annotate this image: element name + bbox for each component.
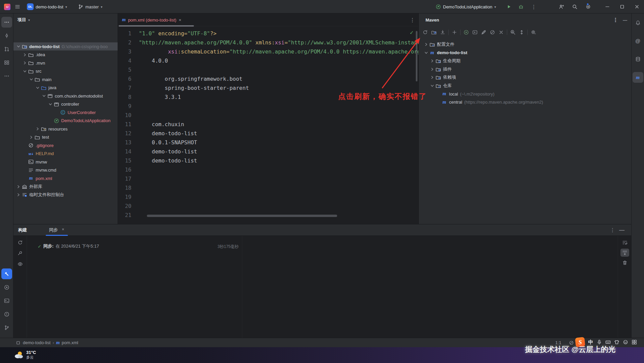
settings-button[interactable]	[586, 0, 591, 13]
chevron-down-icon[interactable]	[47, 102, 53, 107]
close-button[interactable]	[630, 0, 644, 13]
chevron-down-icon[interactable]	[41, 93, 47, 99]
tree-row-DemoTodoListApplication[interactable]: DemoTodoListApplication	[13, 117, 118, 125]
microphone-icon[interactable]	[597, 339, 602, 345]
debug-button[interactable]	[518, 0, 524, 13]
chevron-right-icon[interactable]	[28, 135, 34, 140]
stripe-version-control-button[interactable]	[1, 322, 12, 333]
stripe-run-button[interactable]	[1, 282, 12, 293]
tab-pom-xml[interactable]: m pom.xml (demo-todo-list) ×	[119, 13, 185, 26]
chevron-right-icon[interactable]	[15, 192, 21, 197]
code-area[interactable]: 1"1.0" encoding="UTF-8"?>2"http://maven.…	[118, 26, 418, 224]
stripe-problems-button[interactable]	[1, 309, 12, 320]
breadcrumb[interactable]: demo-todo-list › m pom.xml	[15, 338, 78, 347]
tree-row-_[interactable]: 插件	[419, 65, 631, 73]
tree-row-_[interactable]: 配置文件	[419, 40, 631, 48]
breadcrumb-file[interactable]: pom.xml	[62, 340, 78, 345]
editor[interactable]: m pom.xml (demo-todo-list) × ⋮ 1"1.0" en…	[118, 13, 418, 224]
toolbox-grid-icon[interactable]	[632, 339, 637, 345]
hide-panel-button[interactable]: —	[619, 227, 625, 233]
tree-row-_[interactable]: 仓库	[419, 82, 631, 90]
tree-row-pom.xml[interactable]: mpom.xml	[13, 174, 118, 182]
keyboard-icon[interactable]	[605, 339, 611, 345]
tree-row-central[interactable]: mcentral (https://repo.maven.apache.org/…	[419, 98, 631, 106]
tree-row-com.chuxin.demotodolist[interactable]: com.chuxin.demotodolist	[13, 92, 118, 100]
tree-row-controller[interactable]: controller	[13, 100, 118, 108]
chevron-right-icon[interactable]	[423, 42, 429, 47]
stripe-notifications-button[interactable]	[633, 17, 643, 28]
tree-row-mvnw[interactable]: mvnw	[13, 158, 118, 166]
stripe-terminal-button[interactable]	[1, 295, 12, 306]
tree-row-_[interactable]: 临时文件和控制台	[13, 191, 118, 199]
stripe-commit-button[interactable]	[1, 30, 12, 41]
chevron-down-icon[interactable]	[35, 85, 40, 90]
code-with-me-button[interactable]	[559, 0, 564, 13]
chevron-right-icon[interactable]	[429, 58, 435, 64]
inspections-ok-icon[interactable]: ✓	[409, 30, 414, 36]
tree-row-demo-todo-list[interactable]: demo-todo-list G:\chuxin-cs\spring-boo	[13, 42, 118, 50]
tree-row-java[interactable]: java	[13, 84, 118, 92]
stripe-project-button[interactable]	[1, 17, 12, 28]
project-widget[interactable]: DL demo-todo-list ▾	[27, 0, 67, 13]
stripe-maven-button[interactable]: m	[633, 72, 643, 83]
stripe-database-button[interactable]	[633, 54, 643, 65]
build-scroll-to-end-button[interactable]	[620, 249, 629, 257]
stripe-more-button[interactable]	[1, 71, 12, 81]
tree-row-HELP.md[interactable]: MHELP.md	[13, 150, 118, 158]
tree-row-mvnw.cmd[interactable]: mvnw.cmd	[13, 166, 118, 174]
tree-row-.idea[interactable]: .idea	[13, 51, 118, 59]
tree-row-local[interactable]: mlocal (~\.m2\repository)	[419, 90, 631, 98]
tree-row-test[interactable]: test	[13, 133, 118, 141]
tree-row-_[interactable]: 生命周期	[419, 57, 631, 65]
close-icon[interactable]: ×	[62, 227, 64, 232]
chevron-down-icon[interactable]	[429, 83, 435, 88]
tree-row-_[interactable]: 依赖项	[419, 73, 631, 81]
build-clear-button[interactable]	[620, 259, 629, 267]
tree-row-resources[interactable]: resources	[13, 125, 118, 133]
chevron-right-icon[interactable]	[429, 67, 435, 72]
chevron-right-icon[interactable]	[35, 126, 40, 132]
tree-row-UserController[interactable]: CUserController	[13, 108, 118, 116]
chevron-right-icon[interactable]	[22, 52, 28, 58]
tree-row-main[interactable]: main	[13, 75, 118, 83]
tree-row-src[interactable]: src	[13, 67, 118, 75]
build-pin-button[interactable]	[16, 249, 25, 257]
editor-hscrollbar[interactable]	[147, 215, 337, 217]
sync-status-row[interactable]: ✓ 同步: 在 2024/6/21 下午5:17	[38, 243, 99, 249]
chevron-down-icon[interactable]	[423, 50, 429, 56]
editor-vscrollbar[interactable]	[416, 31, 417, 81]
tree-row-_[interactable]: 外部库	[13, 183, 118, 191]
tree-row-demo-todo-list[interactable]: mdemo-todo-list	[419, 49, 631, 57]
stripe-build-button[interactable]	[1, 268, 12, 279]
tree-row-.mvn[interactable]: .mvn	[13, 59, 118, 67]
close-icon[interactable]: ×	[179, 17, 182, 23]
run-button[interactable]	[506, 0, 512, 13]
stripe-pull-requests-button[interactable]	[1, 44, 12, 55]
tree-row-.gitignore[interactable]: .gitignore	[13, 141, 118, 149]
build-soft-wrap-button[interactable]	[620, 239, 629, 247]
weather-widget[interactable]: 31°C 多云	[13, 350, 36, 360]
stripe-structure-button[interactable]	[1, 57, 12, 68]
breadcrumb-module[interactable]: demo-todo-list	[23, 340, 50, 345]
search-everywhere-button[interactable]	[572, 0, 577, 13]
branch-widget[interactable]: master ▾	[78, 0, 103, 13]
chevron-right-icon[interactable]	[429, 75, 435, 80]
skin-icon[interactable]	[614, 339, 619, 345]
chevron-down-icon[interactable]	[15, 44, 21, 49]
main-menu-button[interactable]	[15, 0, 20, 13]
chevron-down-icon[interactable]	[28, 77, 34, 82]
run-config-widget[interactable]: DemoTodoListApplication ▾	[436, 0, 496, 13]
stripe-ai-assistant-button[interactable]: @	[633, 36, 643, 46]
chevron-right-icon[interactable]	[15, 184, 21, 189]
more-actions-button[interactable]: ⋮	[531, 0, 536, 13]
build-options-button[interactable]: ⋮	[610, 227, 615, 233]
chevron-right-icon[interactable]	[22, 60, 28, 66]
minimize-button[interactable]	[600, 0, 614, 13]
build-resync-button[interactable]	[16, 239, 25, 247]
tab-sync[interactable]: 同步	[49, 227, 58, 233]
tab-options-button[interactable]: ⋮	[410, 17, 415, 23]
emoji-icon[interactable]	[623, 339, 628, 345]
chevron-down-icon[interactable]	[22, 69, 28, 74]
maximize-button[interactable]	[615, 0, 629, 13]
build-preview-button[interactable]	[16, 260, 25, 268]
